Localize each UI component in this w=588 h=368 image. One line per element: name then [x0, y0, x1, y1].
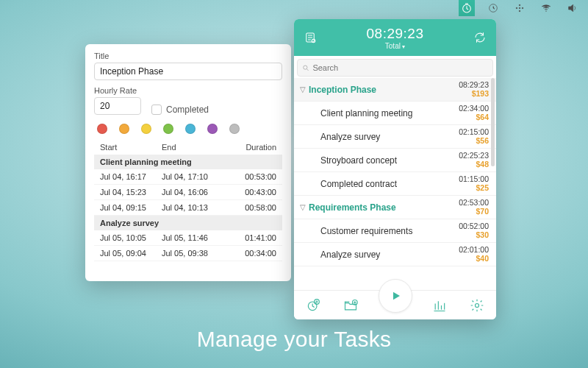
svg-point-2 [519, 7, 520, 9]
task-row[interactable]: Analyze survey02:15:00$56 [294, 125, 496, 149]
session-start: Jul 04, 15:23 [94, 188, 162, 197]
chevron-down-icon: ▽ [298, 203, 307, 211]
task-list: ▽Inception Phase08:29:23$193Client plann… [294, 78, 496, 290]
task-row[interactable]: Client planning meeting02:34:00$64 [294, 102, 496, 125]
color-swatch-row [94, 124, 282, 134]
search-bar[interactable] [297, 59, 493, 77]
task-time: 00:52:00 [459, 222, 489, 230]
task-name: Client planning meeting [307, 108, 459, 118]
header-timer: 08:29:23 [367, 26, 424, 42]
completed-checkbox[interactable]: Completed [151, 105, 209, 115]
swatch-red[interactable] [97, 124, 107, 134]
title-label: Title [94, 52, 282, 60]
session-end: Jul 04, 10:13 [162, 203, 229, 212]
task-name: Customer requirements [307, 226, 459, 236]
rate-label: Hourly Rate [94, 86, 141, 95]
task-time: 02:53:00 [459, 199, 489, 207]
session-row[interactable]: Jul 04, 15:23Jul 04, 16:0600:43:00 [94, 185, 282, 200]
session-row[interactable]: Jul 05, 10:05Jul 05, 11:4601:41:00 [94, 230, 282, 246]
session-end: Jul 04, 17:10 [162, 172, 229, 181]
task-group-row[interactable]: ▽Requirements Phase02:53:00$70 [294, 196, 496, 219]
menubar-recent-icon[interactable] [485, 0, 501, 16]
session-end: Jul 05, 11:46 [162, 233, 229, 242]
screen-root: Title Hourly Rate Completed Start End Du… [0, 0, 588, 368]
menubar-timer-app-icon[interactable] [459, 0, 475, 16]
task-amount: $193 [459, 90, 489, 98]
task-group-name: Inception Phase [307, 85, 459, 95]
svg-point-10 [304, 66, 307, 69]
task-time: 01:15:00 [459, 175, 489, 183]
swatch-yellow[interactable] [141, 124, 151, 134]
checkbox-icon [151, 105, 162, 115]
session-end: Jul 05, 09:38 [162, 249, 229, 258]
svg-point-7 [545, 10, 546, 11]
task-row[interactable]: Completed contract01:15:00$25 [294, 172, 496, 196]
task-name: Analyze survey [307, 250, 459, 260]
session-row[interactable]: Jul 05, 09:04Jul 05, 09:3800:34:00 [94, 246, 282, 261]
task-group-name: Requirements Phase [307, 202, 459, 213]
settings-button[interactable] [467, 295, 487, 316]
search-input[interactable] [312, 63, 488, 72]
tasks-popover: 08:29:23 Total ▽Inception Phase08:29:23$… [294, 19, 496, 319]
svg-point-6 [519, 10, 520, 12]
svg-point-14 [476, 303, 479, 307]
chevron-down-icon: ▽ [298, 85, 307, 93]
task-amount: $70 [459, 208, 489, 216]
menubar-spotlight-icon[interactable] [512, 0, 528, 16]
task-amount: $25 [459, 184, 489, 192]
header-mode-dropdown[interactable]: Total [367, 42, 424, 50]
session-row[interactable]: Jul 04, 09:15Jul 04, 10:1300:58:00 [94, 200, 282, 216]
session-list: Client planning meetingJul 04, 16:17Jul … [94, 155, 282, 261]
session-duration: 00:34:00 [229, 249, 282, 258]
task-name: Stroyboard concept [307, 155, 459, 166]
header-notes-button[interactable] [301, 29, 319, 46]
add-timer-button[interactable] [303, 295, 323, 316]
swatch-grey[interactable] [229, 124, 240, 134]
rate-input[interactable] [94, 97, 141, 115]
session-duration: 00:53:00 [229, 172, 282, 181]
task-group-row[interactable]: ▽Inception Phase08:29:23$193 [294, 78, 496, 102]
search-icon [302, 64, 309, 72]
swatch-green[interactable] [163, 124, 173, 134]
swatch-orange[interactable] [119, 124, 129, 134]
add-folder-button[interactable] [340, 295, 361, 316]
menubar [451, 0, 588, 16]
reports-button[interactable] [429, 295, 450, 316]
session-row[interactable]: Jul 04, 16:17Jul 04, 17:1000:53:00 [94, 169, 282, 185]
header-sync-button[interactable] [471, 29, 489, 46]
task-amount: $40 [459, 255, 489, 263]
session-start: Jul 04, 09:15 [94, 203, 162, 212]
session-group-header: Client planning meeting [94, 155, 282, 169]
col-duration: Duration [229, 143, 282, 152]
svg-point-5 [519, 4, 520, 6]
swatch-cyan[interactable] [185, 124, 196, 134]
task-name: Analyze survey [307, 132, 459, 142]
play-button[interactable] [379, 279, 412, 313]
task-row[interactable]: Analyze survey02:01:00$40 [294, 243, 496, 266]
task-time: 02:01:00 [459, 246, 489, 254]
popover-toolbar [294, 290, 496, 319]
session-duration: 00:58:00 [229, 203, 282, 212]
task-time: 08:29:23 [459, 81, 489, 89]
task-amount: $64 [459, 113, 489, 121]
session-start: Jul 04, 16:17 [94, 172, 162, 181]
swatch-purple[interactable] [207, 124, 218, 134]
task-amount: $56 [459, 137, 489, 145]
col-start: Start [94, 143, 162, 152]
svg-point-3 [516, 7, 517, 9]
task-time: 02:25:23 [459, 152, 489, 160]
task-row[interactable]: Stroyboard concept02:25:23$48 [294, 149, 496, 172]
task-detail-panel: Title Hourly Rate Completed Start End Du… [85, 44, 291, 281]
menubar-wifi-icon[interactable] [538, 0, 554, 16]
menubar-volume-icon[interactable] [564, 0, 581, 16]
task-row[interactable]: Customer requirements00:52:00$30 [294, 219, 496, 243]
marketing-caption: Manage your Tasks [0, 327, 588, 352]
task-time: 02:34:00 [459, 105, 489, 113]
svg-point-4 [522, 7, 523, 9]
session-column-headers: Start End Duration [94, 140, 282, 155]
title-input[interactable] [94, 63, 282, 80]
session-duration: 01:41:00 [229, 233, 282, 242]
task-name: Completed contract [307, 179, 459, 189]
scrollbar-thumb[interactable] [491, 78, 495, 166]
col-end: End [162, 143, 229, 152]
